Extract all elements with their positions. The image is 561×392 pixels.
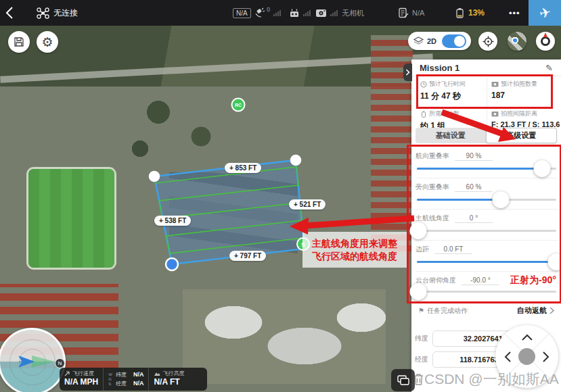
stat-flight-time: 预计飞行时间 11 分 47 秒 — [420, 80, 486, 102]
flight-area-polygon[interactable] — [154, 160, 305, 264]
flag-icon: ⚑ — [418, 307, 424, 314]
area-handle-topright[interactable] — [290, 155, 302, 166]
rc-signal-indicator[interactable] — [289, 0, 311, 26]
media-stack-button[interactable] — [391, 369, 415, 391]
slider-row-gimbal-pitch: 云台俯仰角度-90.0 °正射为-90° — [416, 271, 558, 301]
aircraft-status[interactable]: 无连接 — [37, 0, 78, 26]
gimbal-pitch-slider[interactable] — [417, 291, 556, 293]
compass-north-badge: N — [55, 358, 65, 368]
flight-mode-value: N/A — [233, 8, 251, 18]
course-overlap-value[interactable]: 90 % — [455, 152, 493, 161]
panel-collapse-handle[interactable] — [403, 64, 412, 81]
camera-icon — [315, 8, 327, 18]
flight-mode-indicator[interactable]: N/A — [233, 0, 251, 26]
connection-status-label: 无连接 — [53, 7, 78, 19]
heading-wedge — [32, 356, 55, 368]
battery-icon — [455, 7, 465, 18]
finish-action-row[interactable]: ⚑任务完成动作 自动返航 — [411, 301, 561, 319]
compass-reset-button[interactable] — [536, 32, 555, 51]
drone-icon — [37, 7, 49, 19]
slider-knob[interactable] — [548, 253, 561, 270]
battery-indicator[interactable]: 13% — [455, 0, 485, 26]
gps-indicator[interactable]: 0 — [254, 0, 281, 26]
edge-length-left: + 538 FT — [154, 216, 191, 226]
minimap-button[interactable] — [508, 32, 526, 51]
mission-header: Mission 1 ✎ — [411, 59, 561, 76]
remote-controller-icon — [289, 8, 300, 18]
camera-signal-bars — [330, 10, 338, 16]
course-angle-value[interactable]: 0 ° — [455, 214, 493, 223]
slider-row-margin: 边距0.0 FT — [416, 241, 558, 272]
speed-arrow-icon — [64, 370, 70, 376]
slider-knob[interactable] — [534, 160, 551, 177]
margin-slider[interactable] — [417, 261, 556, 263]
compass-icon — [539, 35, 552, 47]
edge-length-bottom: + 797 FT — [229, 251, 266, 261]
more-menu-button[interactable]: ••• — [509, 0, 520, 26]
map-2d-toggle[interactable] — [442, 34, 466, 48]
locate-button[interactable] — [478, 32, 497, 51]
more-dots: ••• — [509, 8, 520, 18]
save-mission-button[interactable] — [8, 31, 30, 53]
map-mode-toggle[interactable]: 2D — [408, 32, 471, 50]
rc-signal-bars — [303, 10, 311, 16]
latitude-label: 纬度 — [415, 334, 428, 343]
status-bar: 无连接 N/A 0 无相机 N/A 13% ••• — [0, 0, 561, 26]
edge-length-top: + 853 FT — [225, 163, 261, 173]
battery-percent: 13% — [468, 8, 485, 18]
area-handle-selected[interactable] — [166, 258, 178, 270]
trash-icon — [413, 373, 424, 386]
gear-icon: ⚙ — [41, 36, 53, 49]
side-overlap-value[interactable]: 60 % — [455, 183, 493, 192]
stat-photo-interval: 拍照间隔距离 F: 21.3 FT / S: 113.6 FT — [491, 109, 557, 128]
annotation-map-note: 主航线角度用来调整 飞行区域的航线角度 — [302, 232, 407, 268]
wgs-label: WGS — [108, 372, 112, 387]
edge-length-right: + 521 FT — [289, 199, 326, 210]
dpad-up-button[interactable] — [522, 334, 533, 341]
interval-icon — [491, 111, 499, 117]
edit-mission-button[interactable]: ✎ — [545, 63, 553, 73]
camera-status-label: 无相机 — [342, 8, 364, 18]
airplane-icon: ✈ — [537, 4, 552, 22]
mission-title: Mission 1 — [420, 63, 459, 73]
slider-knob[interactable] — [410, 222, 427, 239]
longitude-label: 经度 — [415, 355, 428, 364]
gps-signal-bars — [273, 10, 281, 16]
slider-knob[interactable] — [410, 283, 427, 300]
telemetry-bar: 飞行速度 N/A MPH WGS 纬度N/A 经度N/A 飞行高度 N/A FT — [60, 368, 207, 391]
checklist-icon — [398, 7, 409, 18]
back-chevron-icon — [5, 7, 14, 19]
takeoff-button[interactable]: ✈ — [529, 0, 561, 26]
gimbal-pitch-value[interactable]: -90.0 ° — [462, 276, 499, 285]
camera-indicator[interactable]: 无相机 — [315, 0, 364, 26]
telemetry-altitude: 飞行高度 N/A FT — [148, 368, 189, 391]
area-handle-topleft[interactable] — [149, 171, 160, 182]
save-icon — [14, 36, 24, 47]
gps-count: 0 — [267, 6, 270, 13]
course-angle-slider[interactable] — [417, 230, 556, 232]
checklist-indicator[interactable]: N/A — [398, 0, 424, 26]
side-overlap-slider[interactable] — [417, 199, 556, 201]
telemetry-speed: 飞行速度 N/A MPH — [60, 368, 103, 391]
tab-advanced-settings[interactable]: 高级设置 — [486, 128, 558, 143]
watermark: CSDN @一别如斯AA — [413, 370, 561, 389]
dpad-center-button[interactable] — [518, 348, 535, 365]
slider-knob[interactable] — [492, 191, 509, 208]
margin-label: 边距 — [416, 245, 429, 254]
margin-value[interactable]: 0.0 FT — [434, 245, 472, 254]
app-screen: S RC + 853 FT + 521 FT + 538 FT + 797 FT… — [0, 0, 561, 392]
back-button[interactable] — [5, 0, 14, 26]
tab-basic-settings[interactable]: 基础设置 — [416, 128, 486, 143]
settings-button[interactable]: ⚙ — [37, 31, 58, 53]
dpad-left-button[interactable] — [504, 351, 511, 362]
course-overlap-slider[interactable] — [417, 168, 556, 170]
dpad-right-button[interactable] — [543, 351, 549, 362]
slider-row-course-angle: 主航线角度0 ° — [416, 210, 558, 241]
course-angle-label: 主航线角度 — [416, 214, 449, 223]
slider-row-side-overlap: 旁向重叠率60 % — [416, 179, 558, 210]
chevron-right-icon — [405, 69, 410, 76]
satellite-icon — [254, 7, 265, 18]
telemetry-position: WGS 纬度N/A 经度N/A — [103, 368, 148, 391]
side-overlap-label: 旁向重叠率 — [416, 182, 449, 192]
settings-tabs: 基础设置 高级设置 — [416, 128, 557, 143]
